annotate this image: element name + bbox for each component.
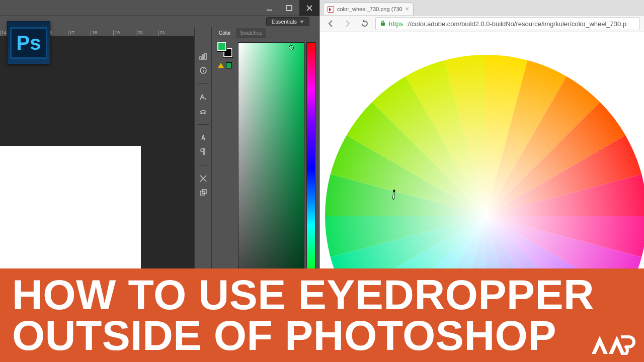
foreground-color-swatch[interactable]: [217, 42, 226, 51]
brush-settings-icon[interactable]: [196, 105, 210, 117]
favicon-icon: [328, 6, 334, 13]
svg-rect-6: [205, 53, 206, 59]
fg-bg-swatch[interactable]: [217, 42, 232, 57]
tab-title: color_wheel_730.png (730: [337, 6, 403, 12]
channel-logo: [591, 334, 636, 357]
workspace-switcher[interactable]: Essentials: [266, 17, 309, 26]
reload-button[interactable]: [358, 17, 371, 30]
svg-line-18: [203, 135, 205, 140]
svg-line-11: [202, 95, 204, 100]
url-scheme: https: [389, 20, 403, 28]
svg-rect-1: [287, 6, 292, 11]
svg-point-9: [203, 68, 203, 69]
char-style-icon[interactable]: [196, 132, 210, 144]
character-icon[interactable]: [196, 91, 210, 103]
svg-line-10: [200, 95, 202, 100]
gamut-swatch: [226, 62, 232, 68]
lock-icon: [380, 20, 386, 28]
svg-rect-5: [202, 55, 204, 59]
url-field[interactable]: https://color.adobe.com/build2.0.0-build…: [375, 17, 640, 30]
info-icon[interactable]: [196, 64, 210, 76]
workspace-label: Essentials: [272, 19, 297, 25]
gamut-warning[interactable]: [218, 62, 232, 68]
minimize-button[interactable]: [259, 0, 279, 16]
url-rest: ://color.adobe.com/build2.0.0-buildNo/re…: [406, 20, 626, 28]
tab-swatches[interactable]: Swatches: [236, 28, 266, 38]
crossed-tools-icon[interactable]: [196, 172, 210, 185]
maximize-button[interactable]: [279, 0, 299, 16]
banner-title: HOW TO USE EYEDROPPER OUTSIDE OF PHOTOSH…: [12, 275, 594, 355]
svg-rect-24: [381, 23, 385, 26]
histogram-icon[interactable]: [196, 50, 210, 62]
close-button[interactable]: [299, 0, 319, 16]
chevron-down-icon: [300, 21, 304, 23]
tab-color[interactable]: Color: [215, 28, 235, 38]
close-tab-icon[interactable]: ×: [406, 6, 409, 13]
browser-tab[interactable]: color_wheel_730.png (730 ×: [323, 3, 414, 15]
svg-rect-4: [200, 57, 201, 59]
svg-line-17: [202, 135, 203, 140]
clone-source-icon[interactable]: [196, 187, 210, 199]
window-titlebar: [0, 0, 319, 16]
title-banner: HOW TO USE EYEDROPPER OUTSIDE OF PHOTOSH…: [0, 268, 644, 362]
back-button[interactable]: [324, 17, 337, 30]
sv-cursor: [289, 45, 294, 50]
warning-icon: [218, 63, 224, 68]
tab-strip: color_wheel_730.png (730 ×: [320, 0, 644, 15]
photoshop-logo: Ps: [7, 21, 50, 64]
para-style-icon[interactable]: [196, 146, 210, 158]
forward-button[interactable]: [341, 17, 354, 30]
address-bar: https://color.adobe.com/build2.0.0-build…: [320, 15, 644, 32]
